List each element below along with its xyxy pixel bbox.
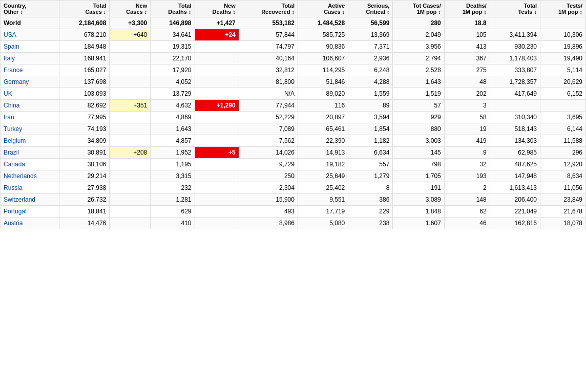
total-tests-cell: 206,400 <box>490 194 540 206</box>
total-recovered-cell: N/A <box>239 88 298 100</box>
tests-1m-cell: 21,678 <box>540 206 586 217</box>
table-row: Germany 137,698 4,052 81,800 51,846 4,28… <box>1 76 586 88</box>
serious-critical-cell: 7,371 <box>348 41 393 53</box>
tests-1m-cell <box>540 100 586 112</box>
deaths-1m-cell: 2 <box>444 182 490 194</box>
country-link[interactable]: Netherlands <box>4 172 37 180</box>
active-cases-cell: 19,182 <box>298 159 348 170</box>
total-deaths-cell: 410 <box>151 217 195 229</box>
new-cases-cell <box>110 88 151 100</box>
country-link[interactable]: Russia <box>4 184 23 191</box>
header-total-deaths[interactable]: TotalDeaths ↕ <box>151 1 195 17</box>
tot-cases-1m-cell: 798 <box>393 159 444 170</box>
new-deaths-cell <box>195 170 239 182</box>
new-cases-cell <box>110 53 151 64</box>
serious-critical-cell: 4,288 <box>348 76 393 88</box>
sort-arrows-icon: ↕ <box>342 9 345 15</box>
active-cases-cell: 90,836 <box>298 41 348 53</box>
country-link[interactable]: Germany <box>4 78 29 85</box>
tot-cases-1m-cell: 929 <box>393 112 444 123</box>
total-cases-cell: 165,027 <box>59 64 110 76</box>
header-serious-critical[interactable]: Serious,Critical ↕ <box>348 1 393 17</box>
country-cell: Portugal <box>1 206 59 217</box>
total-recovered-cell: 553,182 <box>239 17 298 29</box>
header-deaths-1m[interactable]: Deaths/1M pop ↕ <box>444 1 490 17</box>
table-row: Brazil 30,891 +208 1,952 +5 14,026 14,91… <box>1 147 586 159</box>
country-link[interactable]: Turkey <box>4 125 22 133</box>
tests-1m-cell <box>540 17 586 29</box>
total-deaths-cell: 3,315 <box>151 170 195 182</box>
total-cases-cell: 82,692 <box>59 100 110 112</box>
tot-cases-1m-cell: 2,794 <box>393 53 444 64</box>
country-link[interactable]: USA <box>4 31 16 38</box>
table-row: Spain 184,948 19,315 74,797 90,836 7,371… <box>1 41 586 53</box>
header-new-cases[interactable]: NewCases ↕ <box>110 1 151 17</box>
total-cases-cell: 29,214 <box>59 170 110 182</box>
country-link[interactable]: Italy <box>4 55 15 62</box>
new-deaths-cell <box>195 206 239 217</box>
total-cases-cell: 168,941 <box>59 53 110 64</box>
header-new-deaths[interactable]: NewDeaths ↕ <box>195 1 239 17</box>
deaths-1m-cell: 3 <box>444 100 490 112</box>
total-deaths-cell: 1,952 <box>151 147 195 159</box>
tot-cases-1m-cell: 3,003 <box>393 135 444 147</box>
sort-arrows-icon: ↕ <box>580 9 583 15</box>
total-tests-cell: 3,411,394 <box>490 29 540 41</box>
header-tot-cases-1m[interactable]: Tot Cases/1M pop ↕ <box>393 1 444 17</box>
country-link[interactable]: Canada <box>4 161 25 168</box>
header-country[interactable]: Country,Other ↕ <box>1 1 59 17</box>
sort-arrows-icon: ↕ <box>189 9 192 15</box>
total-recovered-cell: 32,812 <box>239 64 298 76</box>
serious-critical-cell: 56,599 <box>348 17 393 29</box>
new-deaths-cell <box>195 135 239 147</box>
header-active-cases[interactable]: ActiveCases ↕ <box>298 1 348 17</box>
country-cell: Spain <box>1 41 59 53</box>
total-cases-cell: 103,093 <box>59 88 110 100</box>
header-total-cases[interactable]: TotalCases ↓ <box>59 1 110 17</box>
country-link[interactable]: Portugal <box>4 208 27 215</box>
country-link[interactable]: UK <box>4 90 12 97</box>
header-tests-1m[interactable]: Tests/1M pop ↕ <box>540 1 586 17</box>
active-cases-cell: 106,607 <box>298 53 348 64</box>
active-cases-cell: 25,649 <box>298 170 348 182</box>
new-cases-cell: +351 <box>110 100 151 112</box>
country-link[interactable]: Belgium <box>4 137 26 144</box>
new-cases-cell <box>110 64 151 76</box>
total-cases-cell: 2,184,608 <box>59 17 110 29</box>
total-deaths-cell: 232 <box>151 182 195 194</box>
serious-critical-cell: 6,634 <box>348 147 393 159</box>
total-recovered-cell: 81,800 <box>239 76 298 88</box>
active-cases-cell: 65,461 <box>298 123 348 135</box>
total-cases-cell: 14,476 <box>59 217 110 229</box>
new-cases-cell <box>110 217 151 229</box>
tot-cases-1m-cell: 1,705 <box>393 170 444 182</box>
total-cases-cell: 74,193 <box>59 123 110 135</box>
total-tests-cell: 162,816 <box>490 217 540 229</box>
country-cell: UK <box>1 88 59 100</box>
header-total-tests[interactable]: TotalTests ↕ <box>490 1 540 17</box>
country-link[interactable]: France <box>4 67 23 74</box>
new-deaths-cell <box>195 53 239 64</box>
new-deaths-cell <box>195 182 239 194</box>
total-cases-cell: 678,210 <box>59 29 110 41</box>
country-link[interactable]: China <box>4 102 19 109</box>
tests-1m-cell: 6,152 <box>540 88 586 100</box>
total-deaths-cell: 1,643 <box>151 123 195 135</box>
country-link[interactable]: Austria <box>4 220 23 227</box>
sort-arrows-icon: ↕ <box>438 9 441 15</box>
country-cell: Germany <box>1 76 59 88</box>
tot-cases-1m-cell: 1,643 <box>393 76 444 88</box>
country-link[interactable]: Brazil <box>4 149 19 156</box>
total-recovered-cell: 74,797 <box>239 41 298 53</box>
country-link[interactable]: Spain <box>4 43 19 50</box>
new-deaths-cell: +1,427 <box>195 17 239 29</box>
total-deaths-cell: 34,641 <box>151 29 195 41</box>
active-cases-cell: 1,484,528 <box>298 17 348 29</box>
tot-cases-1m-cell: 2,049 <box>393 29 444 41</box>
country-link[interactable]: Switzerland <box>4 196 35 203</box>
country-link[interactable]: Iran <box>4 114 14 121</box>
header-total-recovered[interactable]: TotalRecovered ↕ <box>239 1 298 17</box>
active-cases-cell: 5,080 <box>298 217 348 229</box>
sort-arrows-icon: ↕ <box>534 9 537 15</box>
table-row: China 82,692 +351 4,632 +1,290 77,944 11… <box>1 100 586 112</box>
